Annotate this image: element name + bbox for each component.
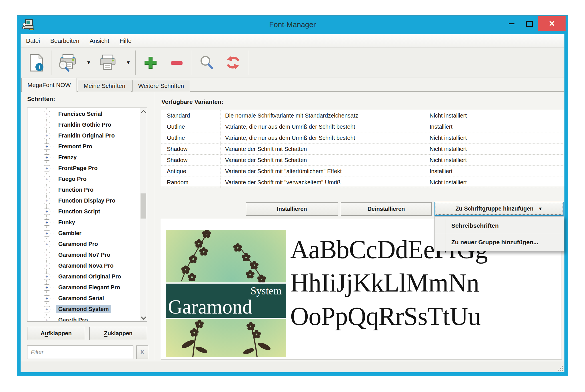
scrollbar-thumb[interactable] xyxy=(141,193,146,219)
window-body: DateiBearbeitenAnsichtHilfe i xyxy=(21,34,564,372)
install-button[interactable]: Installieren xyxy=(246,202,338,216)
tree-item[interactable]: +Franklin Original Pro xyxy=(27,130,140,141)
print-dropdown[interactable]: ▼ xyxy=(121,49,134,76)
tree-item-label: Francisco Serial xyxy=(56,110,105,118)
tree-item[interactable]: +Fuego Pro xyxy=(27,173,140,184)
expand-plus-icon[interactable]: + xyxy=(44,284,50,291)
content: Schriften: +Francisco Serial+Franklin Go… xyxy=(21,92,564,361)
expand-plus-icon[interactable]: + xyxy=(44,176,50,182)
expand-plus-icon[interactable]: + xyxy=(44,111,50,117)
collapse-all-button[interactable]: Zuklappen xyxy=(89,327,147,340)
sample-line-2: HhIiJjKkLlMmNn xyxy=(290,266,488,300)
variants-table: StandardDie normale Schriftvariante mit … xyxy=(161,110,564,186)
expand-plus-icon[interactable]: + xyxy=(44,144,50,150)
variant-row-filler xyxy=(487,132,564,143)
expand-plus-icon[interactable]: + xyxy=(44,274,50,280)
remove-font-button[interactable] xyxy=(164,49,190,76)
variant-row[interactable]: OutlineVariante, die nur aus dem Umriß d… xyxy=(161,121,564,132)
variant-row[interactable]: ShadowVariante der Schrift mit SchattenN… xyxy=(161,144,564,155)
scroll-down-arrow[interactable] xyxy=(140,314,147,321)
clear-icon: X xyxy=(140,349,144,355)
expand-plus-icon[interactable]: + xyxy=(44,230,50,237)
variant-status: Nicht installiert xyxy=(425,155,487,165)
expand-plus-icon[interactable]: + xyxy=(44,295,50,302)
tree-item[interactable]: +Function Display Pro xyxy=(27,195,140,206)
refresh-button[interactable] xyxy=(220,49,246,76)
expand-plus-icon[interactable]: + xyxy=(44,198,50,204)
tree-scrollbar[interactable] xyxy=(140,108,147,321)
expand-plus-icon[interactable]: + xyxy=(44,219,50,226)
expand-plus-icon[interactable]: + xyxy=(44,122,50,128)
tree-item[interactable]: +Francisco Serial xyxy=(27,108,140,119)
menu-bearbeiten[interactable]: Bearbeiten xyxy=(50,37,79,44)
tree-item[interactable]: +Gambler xyxy=(27,228,140,239)
variant-status: Installiert xyxy=(425,166,487,177)
expand-plus-icon[interactable]: + xyxy=(44,263,50,269)
tree-item[interactable]: +Garamond Serial xyxy=(27,293,140,304)
tree-item[interactable]: +Garamond No7 Pro xyxy=(27,249,140,260)
expand-plus-icon[interactable]: + xyxy=(44,241,50,247)
tab-megafont-now[interactable]: MegaFont NOW xyxy=(21,78,77,92)
filter-clear-button[interactable]: X xyxy=(136,345,148,359)
variant-row[interactable]: StandardDie normale Schriftvariante mit … xyxy=(161,110,564,121)
menu-datei[interactable]: Datei xyxy=(26,37,40,44)
font-package-banner: System Garamond xyxy=(166,284,286,318)
expand-plus-icon[interactable]: + xyxy=(44,133,50,139)
expand-plus-icon[interactable]: + xyxy=(44,187,50,193)
tree-item[interactable]: +Gareth Pro xyxy=(27,314,140,322)
tree-item[interactable]: +Funky xyxy=(27,217,140,228)
tab-meine-schriften[interactable]: Meine Schriften xyxy=(78,80,131,92)
scroll-up-arrow[interactable] xyxy=(140,108,147,115)
variant-row[interactable]: ShadowVariante der Schrift mit SchattenN… xyxy=(161,155,564,166)
tree-item[interactable]: +FrontPage Pro xyxy=(27,163,140,173)
tree-item[interactable]: +Function Script xyxy=(27,206,140,217)
print-preview-button[interactable] xyxy=(53,49,82,76)
tree-item[interactable]: +Function Pro xyxy=(27,184,140,195)
maximize-button[interactable] xyxy=(520,16,538,31)
resize-grip[interactable] xyxy=(558,365,563,371)
tree-item[interactable]: +Garamond Original Pro xyxy=(27,271,140,282)
uninstall-button[interactable]: Deinstallieren xyxy=(341,202,432,216)
expand-plus-icon[interactable]: + xyxy=(44,306,50,312)
tab-weitere-schriften[interactable]: Weitere Schriften xyxy=(132,80,190,92)
font-info-button[interactable]: i xyxy=(24,49,49,76)
tree-item[interactable]: +Frenzy xyxy=(27,152,140,163)
close-button[interactable]: ✕ xyxy=(538,16,566,31)
variant-row[interactable]: OutlineVariante, die nur aus dem Umriß d… xyxy=(161,132,564,144)
svg-text:i: i xyxy=(39,64,40,70)
expand-all-button[interactable]: Aufklappen xyxy=(27,327,85,340)
add-font-button[interactable] xyxy=(137,49,164,76)
tree-item[interactable]: +Fremont Pro xyxy=(27,141,140,152)
tree-item[interactable]: +Garamond Pro xyxy=(27,239,140,249)
tree-item[interactable]: +Garamond Elegant Pro xyxy=(27,282,140,293)
expand-plus-icon[interactable]: + xyxy=(44,252,50,258)
tree-item[interactable]: +Garamond Nova Pro xyxy=(27,260,140,271)
variant-row[interactable]: RandomVariante der Schrift mit "verwacke… xyxy=(161,177,564,188)
filter-input[interactable] xyxy=(27,345,133,359)
variant-row-filler xyxy=(487,144,564,154)
print-preview-dropdown[interactable]: ▼ xyxy=(82,49,94,76)
expand-plus-icon[interactable]: + xyxy=(44,317,50,322)
variant-row[interactable]: AntiqueVariante der Schrift mit "altertü… xyxy=(161,166,564,177)
minimize-button[interactable] xyxy=(503,16,520,31)
window-title: Font-Manager xyxy=(17,16,568,34)
tree-item[interactable]: +Franklin Gothic Pro xyxy=(27,119,140,130)
menu-item[interactable]: Zu neuer Gruppe hinzufügen... xyxy=(435,234,564,250)
search-button[interactable] xyxy=(194,49,220,76)
expand-plus-icon[interactable]: + xyxy=(44,165,50,171)
tree-item-label: Funky xyxy=(56,218,77,227)
expand-plus-icon[interactable]: + xyxy=(44,209,50,215)
group-dropdown-menu: SchreibschriftenZu neuer Gruppe hinzufüg… xyxy=(434,216,564,251)
menu-item[interactable]: Schreibschriften xyxy=(435,217,564,234)
add-to-group-button[interactable]: Zu Schriftgruppe hinzufügen ▼ xyxy=(434,202,564,216)
variant-status: Nicht installiert xyxy=(425,144,487,154)
tree-item[interactable]: +Garamond System xyxy=(27,304,140,314)
toolbar-separator xyxy=(135,50,136,75)
tree-item-label: Garamond Nova Pro xyxy=(56,262,116,270)
menu-ansicht[interactable]: Ansicht xyxy=(90,37,109,44)
expand-plus-icon[interactable]: + xyxy=(44,154,50,161)
menu-hilfe[interactable]: Hilfe xyxy=(120,37,132,44)
panel-splitter[interactable] xyxy=(154,92,154,360)
print-button[interactable] xyxy=(94,49,121,76)
refresh-icon xyxy=(225,55,241,71)
